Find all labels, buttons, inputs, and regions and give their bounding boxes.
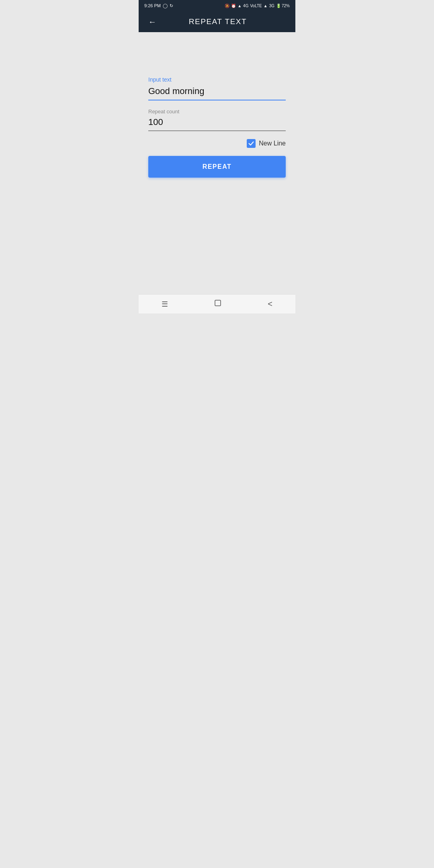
- signal-icon: ▲: [237, 4, 242, 8]
- status-bar: 9:26 PM ◯ ↻ 🔕 ⏰ ▲ 4G VoLTE ▲ 3G 🔋 72%: [139, 0, 295, 11]
- repeat-count-field[interactable]: [148, 115, 286, 131]
- bottom-nav: ☰ <: [139, 294, 295, 313]
- alarm-icon: ⏰: [231, 4, 236, 8]
- battery-level: 72%: [282, 4, 290, 8]
- menu-button[interactable]: ☰: [154, 296, 176, 313]
- status-left: 9:26 PM ◯ ↻: [144, 3, 173, 8]
- volte-icon: VoLTE: [250, 4, 262, 8]
- battery-icon: 🔋 72%: [276, 4, 290, 8]
- input-text-label: Input text: [148, 76, 286, 83]
- new-line-row: New Line: [148, 139, 286, 148]
- repeat-count-label: Repeat count: [148, 108, 286, 115]
- status-right: 🔕 ⏰ ▲ 4G VoLTE ▲ 3G 🔋 72%: [225, 4, 290, 8]
- home-button[interactable]: [206, 295, 230, 313]
- network-4g: 4G: [243, 4, 248, 8]
- back-arrow-icon: ←: [148, 17, 156, 27]
- menu-icon: ☰: [162, 300, 168, 309]
- home-icon: [214, 299, 222, 309]
- page-title: REPEAT TEXT: [163, 17, 273, 26]
- new-line-checkbox[interactable]: [247, 139, 256, 148]
- status-time: 9:26 PM: [144, 3, 161, 8]
- new-line-label: New Line: [259, 140, 286, 147]
- back-nav-button[interactable]: <: [260, 295, 280, 313]
- network-3g: 3G: [269, 4, 274, 8]
- signal-icon2: ▲: [264, 4, 268, 8]
- input-text-group: Input text: [148, 76, 286, 100]
- sync-icon: ↻: [170, 3, 173, 8]
- new-line-checkbox-wrapper[interactable]: New Line: [247, 139, 286, 148]
- top-spacer: [148, 44, 286, 76]
- app-bar: ← REPEAT TEXT: [139, 11, 295, 32]
- main-content: Input text Repeat count New Line REPEAT: [139, 32, 295, 294]
- mute-icon: 🔕: [225, 4, 229, 8]
- back-button[interactable]: ←: [145, 14, 160, 30]
- checkmark-icon: [248, 141, 254, 146]
- back-nav-icon: <: [268, 299, 272, 309]
- whatsapp-icon: ◯: [163, 3, 168, 8]
- repeat-count-group: Repeat count: [148, 108, 286, 131]
- svg-rect-0: [215, 300, 221, 306]
- input-text-field[interactable]: [148, 84, 286, 100]
- repeat-button[interactable]: REPEAT: [148, 156, 286, 178]
